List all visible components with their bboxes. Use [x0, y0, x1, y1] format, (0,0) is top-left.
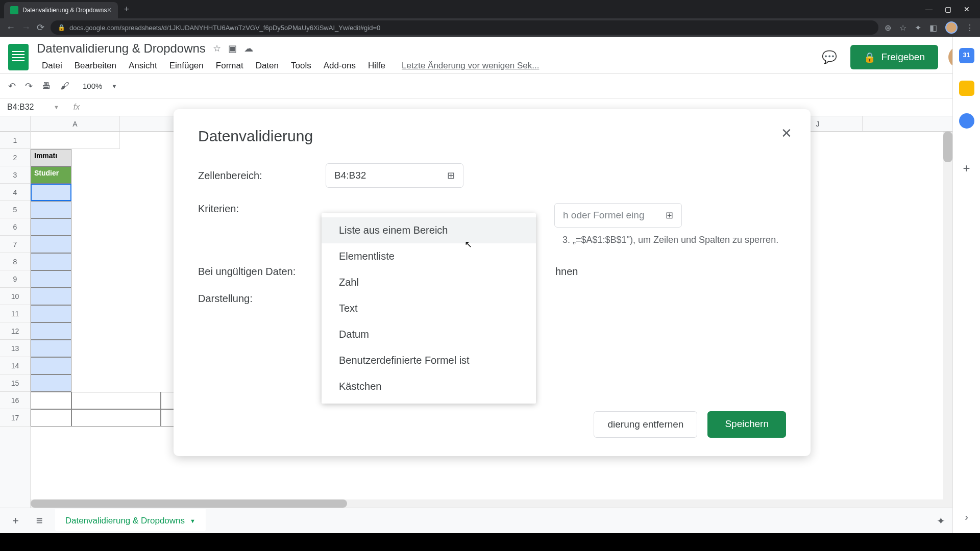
row-header[interactable]: 11	[0, 305, 30, 322]
row-header[interactable]: 4	[0, 184, 30, 201]
cell[interactable]	[31, 270, 71, 288]
menu-addons[interactable]: Add-ons	[318, 59, 361, 73]
grid-select-icon[interactable]: ⊞	[666, 210, 673, 221]
explore-icon[interactable]: ✦	[937, 515, 945, 527]
menu-format[interactable]: Format	[211, 59, 249, 73]
row-header[interactable]: 2	[0, 149, 30, 166]
vertical-scrollbar[interactable]	[943, 132, 952, 499]
cell[interactable]	[31, 322, 71, 340]
move-icon[interactable]: ▣	[228, 43, 237, 54]
zoom-icon[interactable]: ⊕	[885, 23, 891, 33]
row-header[interactable]: 9	[0, 270, 30, 288]
last-edit-link[interactable]: Letzte Änderung vor wenigen Sek...	[397, 59, 544, 73]
row-header[interactable]: 7	[0, 236, 30, 253]
save-button[interactable]: Speichern	[707, 411, 786, 438]
grid-select-icon[interactable]: ⊞	[447, 170, 455, 181]
cell[interactable]	[31, 340, 71, 357]
horizontal-scrollbar[interactable]	[31, 499, 952, 508]
undo-icon[interactable]: ↶	[8, 81, 16, 92]
new-tab-button[interactable]: +	[124, 4, 130, 15]
cloud-status-icon[interactable]: ☁	[244, 43, 253, 54]
browser-tab[interactable]: Datenvalidierung & Dropdowns ×	[4, 2, 118, 18]
tasks-icon[interactable]	[959, 113, 974, 129]
row-header[interactable]: 17	[0, 409, 30, 427]
cell[interactable]	[31, 201, 71, 218]
print-icon[interactable]: 🖶	[42, 81, 51, 91]
row-header[interactable]: 13	[0, 340, 30, 357]
nav-forward-icon[interactable]: →	[21, 22, 31, 33]
cell[interactable]	[31, 218, 71, 236]
window-maximize-icon[interactable]: ▢	[945, 5, 951, 13]
cell[interactable]	[71, 409, 161, 427]
cancel-button[interactable]	[554, 411, 583, 438]
zoom-select[interactable]: 100%	[83, 82, 102, 90]
cell[interactable]	[31, 305, 71, 322]
star-icon[interactable]: ☆	[213, 43, 221, 54]
row-header[interactable]: 6	[0, 218, 30, 236]
menu-file[interactable]: Datei	[37, 59, 67, 73]
zoom-chevron-icon[interactable]: ▼	[111, 83, 117, 89]
keep-icon[interactable]	[959, 81, 974, 96]
menu-view[interactable]: Ansicht	[124, 59, 162, 73]
row-header[interactable]: 15	[0, 374, 30, 392]
calendar-icon[interactable]	[959, 48, 974, 63]
add-addon-icon[interactable]: +	[963, 161, 970, 176]
row-header[interactable]: 14	[0, 357, 30, 374]
menu-tools[interactable]: Tools	[286, 59, 316, 73]
sheet-tab-active[interactable]: Datenvalidierung & Dropdowns ▼	[55, 509, 206, 531]
all-sheets-icon[interactable]: ≡	[31, 511, 48, 531]
menu-data[interactable]: Daten	[251, 59, 284, 73]
window-minimize-icon[interactable]: —	[925, 5, 933, 13]
cell[interactable]	[31, 409, 71, 427]
cell[interactable]	[31, 253, 71, 270]
remove-validation-button[interactable]: dierung entfernen	[594, 411, 697, 438]
menu-insert[interactable]: Einfügen	[164, 59, 209, 73]
expand-panel-icon[interactable]: ›	[965, 511, 968, 523]
cell[interactable]	[71, 392, 161, 409]
cell[interactable]	[31, 236, 71, 253]
select-all-cell[interactable]	[0, 116, 30, 132]
menu-edit[interactable]: Bearbeiten	[69, 59, 121, 73]
window-close-icon[interactable]: ✕	[964, 5, 970, 13]
extension-icon[interactable]: ◧	[929, 23, 937, 33]
add-sheet-button[interactable]: +	[7, 511, 24, 531]
share-button[interactable]: 🔒 Freigeben	[850, 45, 938, 69]
redo-icon[interactable]: ↷	[25, 81, 33, 92]
bookmark-icon[interactable]: ☆	[899, 23, 906, 33]
paint-format-icon[interactable]: 🖌	[60, 81, 69, 91]
criteria-range-input[interactable]: h oder Formel eing ⊞	[554, 203, 682, 228]
address-bar[interactable]: 🔒 docs.google.com/spreadsheets/d/1JKUDAN…	[51, 20, 878, 35]
dropdown-item-date[interactable]: Datum	[322, 321, 536, 347]
row-header[interactable]: 12	[0, 322, 30, 340]
close-icon[interactable]: ✕	[781, 126, 792, 141]
cell[interactable]	[31, 288, 71, 305]
extensions-icon[interactable]: ✦	[915, 23, 921, 33]
browser-menu-icon[interactable]: ⋮	[966, 23, 974, 33]
row-header[interactable]: 16	[0, 392, 30, 409]
comments-icon[interactable]: 💬	[819, 46, 840, 68]
dropdown-item-list-items[interactable]: Elementliste	[322, 243, 536, 269]
col-header[interactable]: A	[31, 116, 120, 131]
cell[interactable]	[31, 132, 120, 149]
name-box[interactable]: B4:B32 ▼	[0, 103, 66, 112]
nav-reload-icon[interactable]: ⟳	[37, 22, 44, 33]
tab-close-icon[interactable]: ×	[107, 6, 111, 15]
dropdown-item-checkbox[interactable]: Kästchen	[322, 373, 536, 399]
cell[interactable]	[31, 357, 71, 374]
cell-range-input[interactable]: B4:B32 ⊞	[326, 163, 463, 188]
cell-a3[interactable]: Studier	[31, 166, 71, 184]
nav-back-icon[interactable]: ←	[6, 22, 15, 33]
dropdown-item-list-range[interactable]: Liste aus einem Bereich	[322, 217, 536, 243]
document-title[interactable]: Datenvalidierung & Dropdowns	[37, 41, 206, 56]
profile-avatar-small[interactable]	[945, 21, 958, 34]
dropdown-item-text[interactable]: Text	[322, 295, 536, 321]
cell-b4-selected[interactable]	[31, 184, 71, 201]
row-header[interactable]: 1	[0, 132, 30, 149]
cell[interactable]	[31, 374, 71, 392]
cell[interactable]	[31, 392, 71, 409]
row-header[interactable]: 8	[0, 253, 30, 270]
row-header[interactable]: 3	[0, 166, 30, 184]
cell-a2[interactable]: Immatı	[31, 149, 71, 166]
dropdown-item-number[interactable]: Zahl	[322, 269, 536, 295]
menu-help[interactable]: Hilfe	[363, 59, 390, 73]
